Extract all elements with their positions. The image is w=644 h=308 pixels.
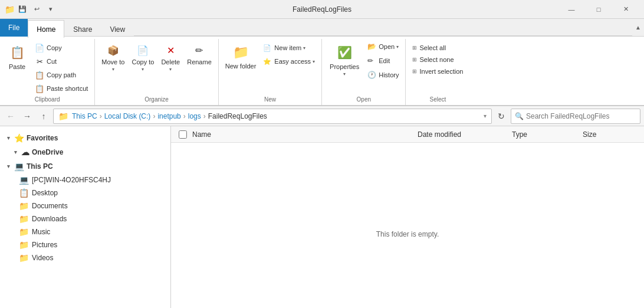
path-local-disk[interactable]: Local Disk (C:) <box>104 112 151 120</box>
search-icon: 🔍 <box>515 112 524 120</box>
tab-share[interactable]: Share <box>64 20 101 38</box>
paste-shortcut-button[interactable]: 📋 Paste shortcut <box>32 82 91 95</box>
favorites-expand-icon: ▾ <box>5 135 12 142</box>
rename-icon: ✏ <box>192 43 206 57</box>
path-logs[interactable]: logs <box>188 112 201 120</box>
new-folder-button[interactable]: 📁 New folder <box>222 40 259 73</box>
tab-home[interactable]: Home <box>28 20 64 38</box>
select-all-button[interactable]: ⊞ Select all <box>409 42 466 53</box>
properties-icon: ✅ <box>335 43 354 62</box>
copy-button[interactable]: 📄 Copy <box>32 41 91 54</box>
new-label: New <box>222 96 318 105</box>
qat-undo[interactable]: ↩ <box>31 4 42 15</box>
path-dropdown-btn[interactable]: ▾ <box>484 113 487 119</box>
maximize-button[interactable]: □ <box>585 0 612 19</box>
move-to-button[interactable]: 📦 Move to ▾ <box>98 40 127 75</box>
cut-button[interactable]: ✂ Cut <box>32 55 91 68</box>
select-none-button[interactable]: ⊞ Select none <box>409 54 466 65</box>
copy-to-button[interactable]: 📄 Copy to ▾ <box>129 40 157 75</box>
up-button[interactable]: ↑ <box>37 109 51 123</box>
col-type[interactable]: Type <box>510 126 580 143</box>
window-controls: — □ ✕ <box>558 0 639 19</box>
nav-item-desktop[interactable]: 📋 Desktop <box>0 186 170 199</box>
qat-save[interactable]: 💾 <box>17 4 28 15</box>
nav-item-downloads-label: Downloads <box>32 215 67 223</box>
search-input[interactable] <box>526 112 636 120</box>
select-all-grid-icon: ⊞ <box>412 45 417 51</box>
forward-button[interactable]: → <box>20 109 34 123</box>
thispc-header[interactable]: ▾ 💻 This PC <box>0 159 170 173</box>
paste-button[interactable]: 📋 Paste <box>4 40 31 73</box>
nav-item-downloads[interactable]: 📁 Downloads <box>0 212 170 225</box>
nav-videos-icon: 📁 <box>19 253 28 263</box>
minimize-button[interactable]: — <box>558 0 585 19</box>
tab-view[interactable]: View <box>101 20 134 38</box>
search-box[interactable]: 🔍 <box>511 109 640 124</box>
thispc-expand-icon: ▾ <box>5 163 12 170</box>
clipboard-label: Clipboard <box>4 96 91 105</box>
delete-icon: ✕ <box>163 43 178 57</box>
onedrive-label: OneDrive <box>32 148 63 156</box>
nav-item-documents[interactable]: 📁 Documents <box>0 199 170 212</box>
open-button[interactable]: 📂 Open ▾ <box>364 40 402 53</box>
ribbon-content: 📋 Paste 📄 Copy ✂ Cut 📋 Copy path <box>0 37 644 106</box>
rename-button[interactable]: ✏ Rename <box>184 40 215 68</box>
refresh-button[interactable]: ↻ <box>494 109 508 123</box>
onedrive-cloud-icon: ☁ <box>21 148 29 157</box>
close-button[interactable]: ✕ <box>612 0 639 19</box>
col-date-modified[interactable]: Date modified <box>415 126 510 143</box>
sep-1: › <box>100 112 102 120</box>
ribbon-collapse-btn[interactable]: ▲ <box>632 19 644 35</box>
new-item-arrow: ▾ <box>303 45 305 51</box>
nav-item-videos-label: Videos <box>32 254 53 262</box>
onedrive-header[interactable]: ▾ ☁ OneDrive <box>0 145 170 159</box>
move-to-icon: 📦 <box>106 43 120 57</box>
cut-icon: ✂ <box>35 57 44 66</box>
delete-button[interactable]: ✕ Delete ▾ <box>158 40 183 75</box>
invert-selection-button[interactable]: ⊞ Invert selection <box>409 66 466 77</box>
paste-shortcut-icon: 📋 <box>35 84 44 93</box>
nav-item-computer-label: [PC]WIN-4O20HFSC4HJ <box>32 176 111 184</box>
nav-pictures-icon: 📁 <box>19 240 28 250</box>
favorites-header[interactable]: ▾ ⭐ Favorites <box>0 131 170 145</box>
address-path[interactable]: 📁 This PC › Local Disk (C:) › inetpub › … <box>53 109 492 124</box>
easy-access-button[interactable]: ⭐ Easy access ▾ <box>260 55 318 68</box>
nav-item-music[interactable]: 📁 Music <box>0 225 170 238</box>
header-checkbox[interactable] <box>176 130 190 139</box>
history-button[interactable]: 🕐 History <box>364 68 402 81</box>
select-all-checkbox[interactable] <box>179 130 187 139</box>
edit-button[interactable]: ✏ Edit <box>364 54 402 67</box>
nav-item-videos[interactable]: 📁 Videos <box>0 251 170 264</box>
new-sub-items: 📄 New item ▾ ⭐ Easy access ▾ <box>260 40 318 68</box>
back-button[interactable]: ← <box>4 109 18 123</box>
sep-4: › <box>203 112 206 120</box>
qat-dropdown[interactable]: ▾ <box>45 4 57 15</box>
open-icon: 📂 <box>367 42 377 51</box>
select-none-grid-icon: ⊞ <box>412 57 417 63</box>
new-item-icon: 📄 <box>263 43 272 53</box>
col-name[interactable]: Name <box>190 126 415 143</box>
invert-selection-grid-icon: ⊞ <box>412 68 417 74</box>
path-inetpub[interactable]: inetpub <box>157 112 180 120</box>
path-current: FailedReqLogFiles <box>208 112 267 120</box>
easy-access-icon: ⭐ <box>263 57 272 66</box>
properties-button[interactable]: ✅ Properties ▾ <box>326 40 363 80</box>
nav-item-pictures[interactable]: 📁 Pictures <box>0 238 170 251</box>
invert-selection-icon-wrapper: ⊞ <box>412 68 417 74</box>
nav-item-computer[interactable]: 💻 [PC]WIN-4O20HFSC4HJ <box>0 173 170 186</box>
ribbon-group-open: ✅ Properties ▾ 📂 Open ▾ ✏ Edit 🕐 <box>322 39 406 105</box>
path-this-pc[interactable]: This PC <box>72 112 97 120</box>
copy-to-icon: 📄 <box>136 43 150 57</box>
favorites-star-icon: ⭐ <box>14 133 24 143</box>
nav-downloads-icon: 📁 <box>19 214 28 224</box>
new-item-button[interactable]: 📄 New item ▾ <box>260 41 318 54</box>
title-bar-left: 📁 💾 ↩ ▾ <box>5 4 57 15</box>
col-size[interactable]: Size <box>580 126 639 143</box>
nav-item-desktop-label: Desktop <box>32 189 58 197</box>
address-bar: ← → ↑ 📁 This PC › Local Disk (C:) › inet… <box>0 106 644 126</box>
copy-path-button[interactable]: 📋 Copy path <box>32 68 91 81</box>
new-folder-icon: 📁 <box>231 43 250 62</box>
nav-item-music-label: Music <box>32 228 50 236</box>
tab-file[interactable]: File <box>0 19 28 37</box>
open-arrow: ▾ <box>396 44 399 50</box>
